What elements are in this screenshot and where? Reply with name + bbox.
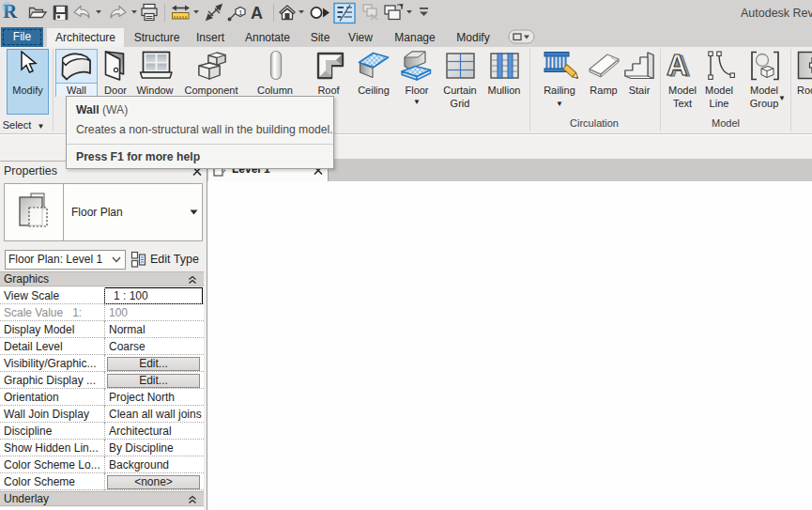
svg-text:A: A xyxy=(666,49,687,82)
svg-text:A: A xyxy=(251,4,263,23)
svg-text:1: 1 xyxy=(238,8,243,17)
svg-text:R: R xyxy=(3,0,18,23)
